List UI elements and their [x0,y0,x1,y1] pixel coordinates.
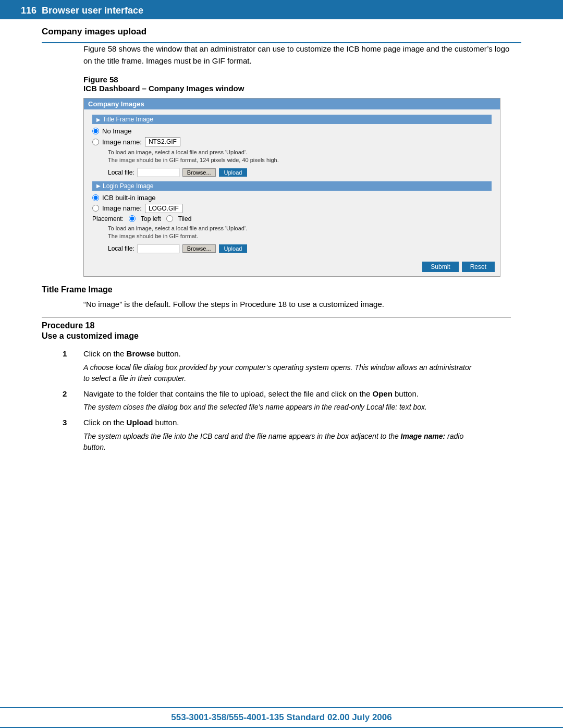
figure-title: ICB Dashboard – Company Images window [83,84,542,93]
icb-builtin-radio[interactable] [92,194,99,201]
step-1-content: Click on the Browse button. A choose loc… [83,348,480,388]
local-file-row: Local file: Browse... Upload [108,168,492,177]
logo-name-value: LOGO.GIF [145,204,182,213]
company-images-window: Company Images Title Frame Image No Imag… [83,98,500,277]
local-file-input[interactable] [138,168,179,177]
hint2-line1: To load an image, select a local file an… [108,225,492,232]
intro-paragraph: Figure 58 shows the window that an admin… [83,43,511,67]
step-1-text: Click on the Browse button. [83,348,480,360]
upload-button-2[interactable]: Upload [219,244,248,253]
steps-table: 1 Click on the Browse button. A choose l… [63,348,480,457]
image-name-label: Image name: [102,138,142,146]
step-1-row: 1 Click on the Browse button. A choose l… [63,348,480,388]
step-3-text: Click on the Upload button. [83,417,480,429]
section-heading: Company images upload [42,27,542,37]
icb-builtin-radio-row: ICB built-in image [92,194,492,202]
step-3-row: 3 Click on the Upload button. The system… [63,417,480,457]
logo-name-label: Image name: [102,204,142,212]
image-name-value: NTS2.GIF [145,137,180,146]
step-1-num: 1 [63,348,83,388]
browse-button[interactable]: Browse... [182,168,216,177]
procedure-title: Use a customized image [42,331,511,341]
upload-button[interactable]: Upload [219,168,248,177]
hint-line2: The image should be in GIF format, 124 p… [108,156,492,164]
login-page-subheader: Login Page Image [92,181,492,191]
procedure-label: Procedure 18 [42,321,511,330]
browse-button-2[interactable]: Browse... [182,244,216,253]
top-left-label: Top left [141,215,161,223]
step-3-content: Click on the Upload button. The system u… [83,417,480,457]
no-image-radio[interactable] [92,128,99,134]
no-image-radio-row: No Image [92,127,492,135]
local-file-label: Local file: [108,169,134,176]
step-1-italic: A choose local file dialog box provided … [83,362,480,384]
window-bottom-buttons: Submit Reset [84,258,500,276]
no-image-label: No Image [102,127,131,135]
tiled-label: Tiled [178,215,192,223]
local-file-row-2: Local file: Browse... Upload [108,244,492,253]
procedure-block: Procedure 18 Use a customized image 1 Cl… [42,317,511,457]
title-frame-heading: Title Frame Image [42,285,542,294]
window-main-header: Company Images [84,98,500,109]
image-name-radio[interactable] [92,139,99,145]
step-2-num: 2 [63,388,83,417]
local-file-label-2: Local file: [108,245,134,252]
logo-name-radio-row: Image name: LOGO.GIF [92,204,492,213]
step-2-text: Navigate to the folder that contains the… [83,388,480,400]
placement-row: Placement: Top left Tiled [92,215,492,223]
logo-name-radio[interactable] [92,205,99,212]
top-left-radio[interactable] [129,215,136,222]
figure-caption: Figure 58 ICB Dashboard – Company Images… [83,75,542,93]
title-frame-subheader: Title Frame Image [92,115,492,124]
figure-label: Figure 58 [83,75,542,84]
step-2-content: Navigate to the folder that contains the… [83,388,480,417]
hint2-line2: The image should be in GIF format. [108,232,492,240]
page-header: 116 Browser user interface [0,0,563,19]
image-name-radio-row: Image name: NTS2.GIF [92,137,492,146]
submit-button[interactable]: Submit [422,262,458,272]
placement-label: Placement: [92,215,124,223]
footer-bar: 553-3001-358/555-4001-135 Standard 02.00… [0,707,563,728]
step-3-num: 3 [63,417,83,457]
header-number: 116 [21,5,36,16]
icb-builtin-label: ICB built-in image [102,194,156,202]
header-title: Browser user interface [42,5,143,16]
reset-button[interactable]: Reset [462,262,495,272]
title-frame-para: “No image” is the default. Follow the st… [83,299,511,311]
title-hint: To load an image, select a local file an… [108,149,492,165]
step-2-row: 2 Navigate to the folder that contains t… [63,388,480,417]
main-content: Company images upload Figure 58 shows th… [0,19,563,707]
step-2-italic: The system closes the dialog box and the… [83,402,480,413]
footer-text: 553-3001-358/555-4001-135 Standard 02.00… [171,712,391,723]
step-3-italic: The system uploads the file into the ICB… [83,431,480,453]
local-file-input-2[interactable] [138,244,179,253]
tiled-radio[interactable] [166,215,173,222]
window-body: Title Frame Image No Image Image name: N… [84,112,500,258]
hint-line1: To load an image, select a local file an… [108,149,492,156]
login-hint: To load an image, select a local file an… [108,225,492,241]
